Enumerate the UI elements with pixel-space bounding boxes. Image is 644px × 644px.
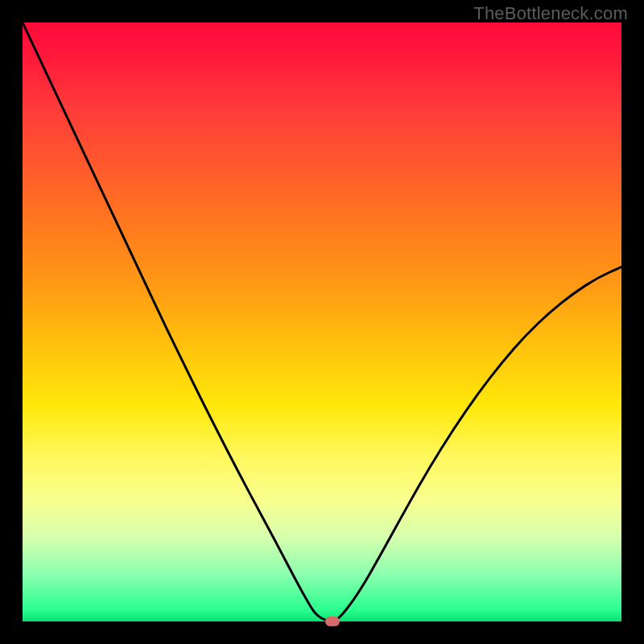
- curve-line: [23, 23, 621, 621]
- curve-svg: [23, 23, 621, 621]
- minimum-marker: [325, 617, 340, 626]
- watermark-text: TheBottleneck.com: [473, 3, 628, 24]
- chart-frame: TheBottleneck.com: [0, 0, 644, 644]
- plot-area: [23, 23, 621, 621]
